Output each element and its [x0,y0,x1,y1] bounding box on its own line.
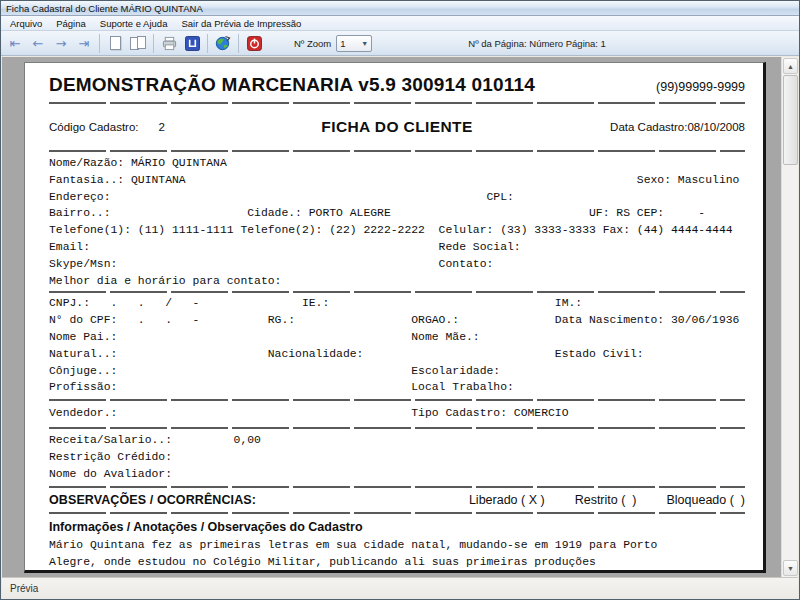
divider [49,291,745,293]
field-line: Profissão: Local Trabalho: [49,379,745,396]
field-line: Nome do Avaliador: [49,466,745,483]
field-line: Skype/Msn: Contato: [49,256,745,273]
toolbar-separator [99,34,100,53]
app-window: Ficha Cadastral do Cliente MÁRIO QUINTAN… [0,0,800,600]
contact-fields-block: Nome/Razão: MÁRIO QUINTANA Fantasia..: Q… [49,155,745,289]
toolbar: ⇤ ← → ⇥ [1,31,799,56]
field-line: Nome Pai.: Nome Mãe.: [49,329,745,346]
codigo-cadastro: Código Cadastro:2 [49,121,321,133]
divider [49,102,745,104]
divider [49,486,745,488]
preview-setup-icon [185,36,200,51]
observacoes-row: OBSERVAÇÕES / OCORRÊNCIAS: Liberado ( X … [49,493,745,507]
single-page-icon [110,36,121,50]
field-line: N° do CPF: . . - RG.: ORGAO.: Data Nasci… [49,312,745,329]
field-line: Restrição Crédido: [49,449,745,466]
chevron-down-icon: ▼ [361,40,368,47]
company-name: DEMONSTRAÇÃO MARCENARIA v5.9 300914 0101… [49,74,535,96]
document-header: DEMONSTRAÇÃO MARCENARIA v5.9 300914 0101… [49,74,745,96]
first-page-button[interactable]: ⇤ [4,33,26,54]
zoom-label: Nº Zoom [294,38,331,49]
previous-page-icon: ← [33,37,44,50]
document-title: FICHA DO CLIENTE [321,118,472,136]
toolbar-separator [207,34,208,53]
preview-setup-button[interactable] [181,33,203,54]
exit-preview-button[interactable] [243,33,265,54]
menu-arquivo[interactable]: Arquivo [3,16,49,30]
toolbar-separator [153,34,154,53]
status-restrito: Restrito ( ) [575,493,637,507]
title-bar: Ficha Cadastral do Cliente MÁRIO QUINTAN… [1,1,799,16]
vendedor-block: Vendedor.: Tipo Cadastro: COMERCIO [49,403,745,424]
field-line: CNPJ.: . . / - IE.: IM.: [49,295,745,312]
status-bloqueado: Bloqueado ( ) [666,493,745,507]
observacoes-title: OBSERVAÇÕES / OCORRÊNCIAS: [49,493,256,507]
field-line: Natural..: Nacionalidade: Estado Civil: [49,346,745,363]
divider [49,512,745,514]
exit-icon [247,36,262,51]
field-line: Fantasia..: QUINTANA Sexo: Masculino [49,172,745,189]
field-line: Receita/Salario..: 0,00 [49,432,745,449]
menu-pagina[interactable]: Página [49,16,93,30]
last-page-icon: ⇥ [79,37,90,50]
window-title: Ficha Cadastral do Cliente MÁRIO QUINTAN… [6,3,203,14]
menu-suporte-e-ajuda[interactable]: Suporte e Ajuda [93,16,175,30]
field-line: Email: Rede Social: [49,239,745,256]
field-line: Vendedor.: Tipo Cadastro: COMERCIO [49,405,745,422]
next-page-icon: → [56,37,67,50]
menu-sair-da-previa[interactable]: Sair da Prévia de Impressão [174,16,308,30]
scrollbar-thumb[interactable] [783,75,798,165]
first-page-icon: ⇤ [10,37,21,50]
toolbar-separator [238,34,239,53]
credito-block: Receita/Salario..: 0,00 Restrição Crédid… [49,432,745,482]
page-number-info: Nº da Página: Número Página: 1 [468,38,606,49]
data-cadastro: Data Cadastro:08/10/2008 [473,121,745,133]
scroll-down-button[interactable]: ▼ [783,560,798,576]
divider [49,427,745,429]
web-export-icon [215,35,231,51]
status-label: Prévia [10,583,38,594]
biography-text: Mário Quintana fez as primeiras letras e… [49,537,745,573]
zoom-dropdown[interactable]: 1 ▼ [336,35,372,52]
biography-line: Alegre, onde estudou no Colégio Militar,… [49,554,745,571]
next-page-button[interactable]: → [50,33,72,54]
last-page-button[interactable]: ⇥ [73,33,95,54]
print-button[interactable] [158,33,180,54]
divider [49,150,745,152]
field-line: Nome/Razão: MÁRIO QUINTANA [49,155,745,172]
document-meta-row: Código Cadastro:2 FICHA DO CLIENTE Data … [49,118,745,136]
print-preview-area: DEMONSTRAÇÃO MARCENARIA v5.9 300914 0101… [2,57,798,577]
personal-fields-block: CNPJ.: . . / - IE.: IM.: N° do CPF: . . … [49,295,745,396]
scroll-up-button[interactable]: ▲ [783,58,798,74]
previous-page-button[interactable]: ← [27,33,49,54]
field-line: Endereço: CPL: [49,189,745,206]
zoom-value: 1 [340,38,345,49]
field-line: Cônjuge..: Escolaridade: [49,363,745,380]
field-line: Melhor dia e horário para contato: [49,273,745,290]
informacoes-header: Informações / Anotações / Observações do… [49,520,745,534]
divider [49,399,745,401]
vertical-scrollbar[interactable]: ▲ ▼ [781,57,798,577]
document-page: DEMONSTRAÇÃO MARCENARIA v5.9 300914 0101… [24,62,766,573]
two-page-view-button[interactable] [127,33,149,54]
status-bar: Prévia [2,577,798,598]
single-page-view-button[interactable] [104,33,126,54]
status-liberado: Liberado ( X ) [469,493,545,507]
printer-icon [162,36,177,51]
field-line: Telefone(1): (11) 1111-1111 Telefone(2):… [49,222,745,239]
menu-bar: Arquivo Página Suporte e Ajuda Sair da P… [1,16,799,31]
codigo-cadastro-value: 2 [159,121,165,133]
company-phone: (99)99999-9999 [656,80,745,96]
biography-line: literárias. Trabalhou para a Editora Glo… [49,571,745,573]
two-pages-icon [130,36,146,50]
biography-line: Mário Quintana fez as primeiras letras e… [49,537,745,554]
field-line: Bairro..: Cidade.: PORTO ALEGRE UF: RS C… [49,205,745,222]
web-export-button[interactable] [212,33,234,54]
